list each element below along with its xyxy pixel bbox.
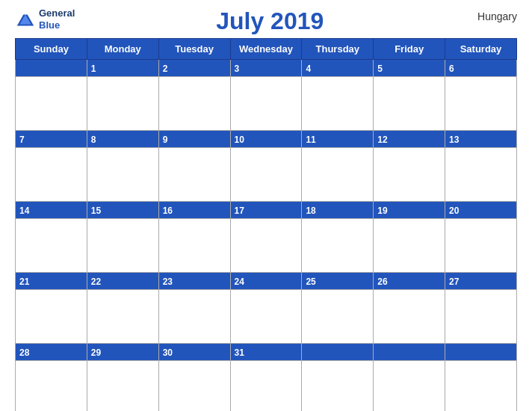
num-cell <box>302 344 374 361</box>
calendar-title: July 2019 <box>75 7 465 35</box>
day-cell <box>445 361 517 412</box>
num-cell: 20 <box>445 202 517 219</box>
num-cell: 27 <box>445 273 517 290</box>
day-number: 18 <box>306 206 315 216</box>
num-cell <box>445 344 517 361</box>
logo-icon <box>15 9 36 30</box>
day-cell <box>230 148 302 202</box>
num-cell: 24 <box>230 273 302 290</box>
num-cell: 6 <box>445 60 517 77</box>
num-cell: 26 <box>374 273 445 290</box>
num-cell: 10 <box>230 131 302 148</box>
svg-rect-2 <box>22 9 28 14</box>
num-cell: 7 <box>16 131 87 148</box>
day-headers-row: SundayMondayTuesdayWednesdayThursdayFrid… <box>16 39 517 60</box>
day-header-wednesday: Wednesday <box>230 39 302 60</box>
day-number: 30 <box>163 347 173 358</box>
day-number: 8 <box>91 135 96 145</box>
day-number: 3 <box>235 64 240 74</box>
day-cell <box>374 290 445 344</box>
day-cell <box>230 77 302 131</box>
day-number: 10 <box>235 135 244 145</box>
day-cell <box>374 361 445 412</box>
day-cell <box>16 290 87 344</box>
day-number: 20 <box>449 206 459 216</box>
num-cell <box>374 344 445 361</box>
num-cell: 1 <box>87 60 158 77</box>
day-cell <box>302 77 374 131</box>
day-number: 21 <box>19 276 29 287</box>
day-number: 15 <box>91 206 101 216</box>
day-cell <box>302 290 374 344</box>
num-cell: 15 <box>87 202 158 219</box>
num-cell: 31 <box>230 344 302 361</box>
day-number: 1 <box>91 64 96 74</box>
day-cell <box>230 219 302 273</box>
day-cell <box>16 148 87 202</box>
day-number: 22 <box>91 276 101 287</box>
num-cell: 17 <box>230 202 302 219</box>
num-cell: 9 <box>158 131 230 148</box>
num-cell: 12 <box>374 131 445 148</box>
day-number: 28 <box>19 347 29 358</box>
day-cell <box>158 148 230 202</box>
day-cell <box>302 361 374 412</box>
day-header-friday: Friday <box>374 39 445 60</box>
day-number: 2 <box>163 64 168 74</box>
num-cell: 23 <box>158 273 230 290</box>
day-number: 7 <box>19 135 25 145</box>
day-cell <box>302 148 374 202</box>
day-cell <box>16 361 87 412</box>
calendar-header: General Blue July 2019 Hungary <box>15 7 517 35</box>
day-cell <box>87 219 158 273</box>
week-num-row-3: 21222324252627 <box>16 273 517 290</box>
logo-area: General Blue <box>15 7 75 31</box>
day-cell <box>445 148 517 202</box>
num-cell: 29 <box>87 344 158 361</box>
day-cell <box>87 290 158 344</box>
num-cell: 21 <box>16 273 87 290</box>
num-cell: 4 <box>302 60 374 77</box>
day-number: 29 <box>91 347 101 358</box>
logo-text: General Blue <box>39 7 75 31</box>
day-cell <box>158 290 230 344</box>
num-cell: 8 <box>87 131 158 148</box>
week-num-row-2: 14151617181920 <box>16 202 517 219</box>
day-number: 6 <box>449 64 454 74</box>
day-cell <box>16 219 87 273</box>
week-content-row-0 <box>16 77 517 131</box>
day-header-tuesday: Tuesday <box>158 39 230 60</box>
day-cell <box>445 77 517 131</box>
day-cell <box>158 77 230 131</box>
num-cell: 19 <box>374 202 445 219</box>
week-content-row-3 <box>16 290 517 344</box>
num-cell: 2 <box>158 60 230 77</box>
day-cell <box>230 361 302 412</box>
day-number: 13 <box>449 135 459 145</box>
day-number: 11 <box>306 135 315 145</box>
week-content-row-2 <box>16 219 517 273</box>
country-label: Hungary <box>465 7 517 22</box>
day-cell <box>374 148 445 202</box>
day-cell <box>87 361 158 412</box>
day-cell <box>87 77 158 131</box>
day-number: 27 <box>449 276 459 287</box>
day-number: 17 <box>235 206 244 216</box>
num-cell <box>16 60 87 77</box>
num-cell: 14 <box>16 202 87 219</box>
day-number: 14 <box>19 206 29 216</box>
week-content-row-4 <box>16 361 517 412</box>
week-content-row-1 <box>16 148 517 202</box>
num-cell: 25 <box>302 273 374 290</box>
day-cell <box>302 219 374 273</box>
day-cell <box>374 219 445 273</box>
day-header-thursday: Thursday <box>302 39 374 60</box>
day-cell <box>445 219 517 273</box>
day-cell <box>158 361 230 412</box>
day-number: 19 <box>377 206 387 216</box>
day-number: 4 <box>306 64 311 74</box>
num-cell: 3 <box>230 60 302 77</box>
day-number: 25 <box>306 276 315 287</box>
num-cell: 5 <box>374 60 445 77</box>
day-number: 31 <box>235 347 244 358</box>
